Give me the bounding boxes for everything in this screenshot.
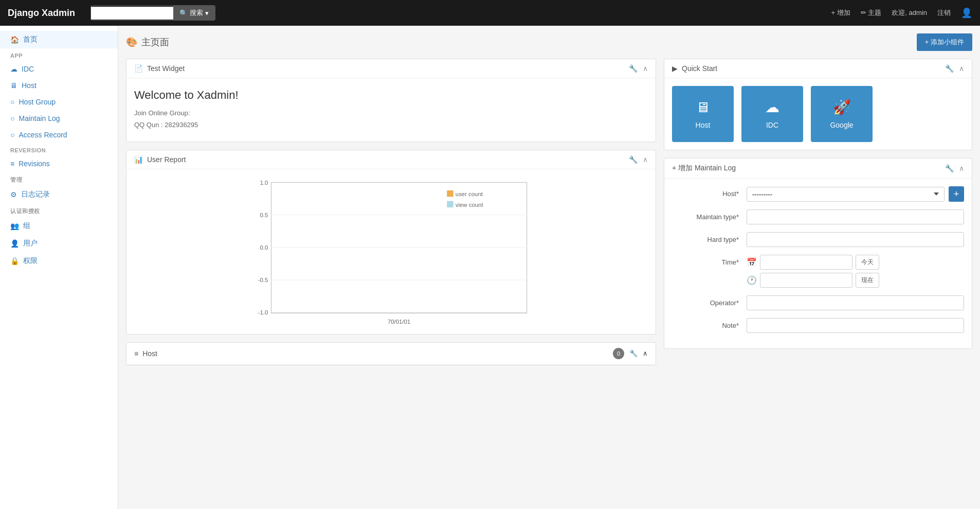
chevron-up-icon-report[interactable]: ∧ <box>643 155 648 164</box>
today-button[interactable]: 今天 <box>856 255 879 270</box>
date-input[interactable] <box>760 255 852 270</box>
wrench-icon-ml[interactable]: 🔧 <box>945 164 954 172</box>
navbar-right: + 增加 ✏ 主题 欢迎, admin 注销 👤 <box>831 7 972 19</box>
host-header-title: ≡ Host <box>134 349 157 358</box>
add-nav-button[interactable]: + 增加 <box>831 8 850 17</box>
monitor-icon: 🖥 <box>10 81 17 90</box>
welcome-sub: Join Online Group: QQ Qun : 282936295 <box>134 107 648 131</box>
user-report-controls: 🔧 ∧ <box>629 155 648 164</box>
quick-start-title-group: ▶ Quick Start <box>672 64 717 73</box>
palette-icon: 🎨 <box>126 37 137 48</box>
add-widget-button[interactable]: + 添加小组件 <box>917 33 972 51</box>
qs-google-button[interactable]: 🚀 Google <box>811 86 873 142</box>
host-field-label: Host* <box>672 186 739 198</box>
sidebar-item-host[interactable]: 🖥 Host <box>0 77 118 94</box>
sidebar-item-log-records[interactable]: ⚙ 日志记录 <box>0 186 118 203</box>
sidebar-item-permissions[interactable]: 🔒 权限 <box>0 252 118 270</box>
svg-text:0.0: 0.0 <box>260 244 268 251</box>
list-icon: ≡ <box>134 349 138 358</box>
sidebar-item-groups[interactable]: 👥 组 <box>0 217 118 235</box>
time-input-group: 📅 今天 🕐 现在 <box>747 255 964 288</box>
chevron-up-icon-test[interactable]: ∧ <box>643 64 648 73</box>
chevron-up-icon-qs[interactable]: ∧ <box>959 64 964 73</box>
qs-host-button[interactable]: 🖥 Host <box>672 86 734 142</box>
svg-text:-1.0: -1.0 <box>258 309 268 315</box>
host-field-row: Host* --------- + <box>672 186 964 202</box>
maintain-type-input[interactable] <box>747 209 964 224</box>
svg-text:0.5: 0.5 <box>260 212 268 218</box>
users-icon: 👤 <box>10 239 19 248</box>
lock-icon: 🔒 <box>10 257 19 265</box>
maintain-type-row: Maintain type* <box>672 209 964 224</box>
right-column: ▶ Quick Start 🔧 ∧ 🖥 Host <box>664 59 972 365</box>
cloud-icon: ☁ <box>10 65 17 73</box>
test-widget-header: 📄 Test Widget 🔧 ∧ <box>126 59 656 78</box>
hard-type-wrap <box>747 232 964 247</box>
time-row: Time* 📅 今天 🕐 <box>672 255 964 288</box>
welcome-nav-label[interactable]: 欢迎, admin <box>892 8 927 17</box>
hard-type-input[interactable] <box>747 232 964 247</box>
theme-nav-button[interactable]: ✏ 主题 <box>861 8 882 17</box>
circle-icon-hg: ○ <box>10 98 14 106</box>
sidebar-section-app: APP <box>0 48 118 61</box>
navbar: Django Xadmin 🔍 搜索 ▾ + 增加 ✏ 主题 欢迎, admin… <box>0 0 980 26</box>
user-report-widget-card: 📊 User Report 🔧 ∧ <box>126 150 656 335</box>
wrench-icon-host[interactable]: 🔧 <box>629 349 638 357</box>
chevron-up-icon-ml[interactable]: ∧ <box>959 164 964 172</box>
host-header-controls: 0 🔧 ∧ <box>613 348 648 359</box>
sidebar-item-idc[interactable]: ☁ IDC <box>0 61 118 77</box>
calendar-icon[interactable]: 📅 <box>747 257 757 267</box>
logout-nav-button[interactable]: 注销 <box>937 8 951 17</box>
host-field-wrap: --------- + <box>747 186 964 202</box>
svg-text:user count: user count <box>456 191 483 197</box>
main-content: 🎨 主页面 + 添加小组件 📄 Test Widget 🔧 <box>118 26 980 509</box>
search-dropdown-icon: ▾ <box>205 9 209 17</box>
wrench-icon-qs[interactable]: 🔧 <box>945 64 954 73</box>
sidebar-item-host-group[interactable]: ○ Host Group <box>0 94 118 110</box>
user-report-title-group: 📊 User Report <box>134 155 186 164</box>
svg-rect-12 <box>447 190 453 197</box>
time-input[interactable] <box>760 273 852 288</box>
host-qs-icon: 🖥 <box>696 99 710 116</box>
host-select[interactable]: --------- <box>747 187 945 202</box>
layout: 🏠 首页 APP ☁ IDC 🖥 Host ○ Host Group ○ Mai… <box>0 26 980 509</box>
sidebar-section-auth: 认证和授权 <box>0 203 118 217</box>
circle-icon-ar: ○ <box>10 131 14 139</box>
sidebar-item-revisions[interactable]: ≡ Revisions <box>0 155 118 172</box>
maintain-log-body: Host* --------- + Maintain type* <box>664 179 972 348</box>
hard-type-label: Hard type* <box>672 232 739 243</box>
host-widget-card: ≡ Host 0 🔧 ∧ <box>126 342 656 365</box>
host-add-button[interactable]: + <box>949 186 964 202</box>
svg-rect-14 <box>447 201 453 207</box>
search-button[interactable]: 🔍 搜索 ▾ <box>173 6 215 20</box>
sidebar-item-users[interactable]: 👤 用户 <box>0 235 118 252</box>
wrench-icon-report[interactable]: 🔧 <box>629 155 638 164</box>
sidebar-item-home[interactable]: 🏠 首页 <box>0 31 118 48</box>
now-button[interactable]: 现在 <box>856 273 879 288</box>
host-widget-header: ≡ Host 0 🔧 ∧ <box>126 343 656 365</box>
hard-type-row: Hard type* <box>672 232 964 247</box>
test-widget-controls: 🔧 ∧ <box>629 64 648 73</box>
clock-icon[interactable]: 🕐 <box>747 275 757 285</box>
note-row: Note* <box>672 318 964 333</box>
revisions-icon: ≡ <box>10 160 14 168</box>
qs-idc-button[interactable]: ☁ IDC <box>741 86 803 142</box>
wrench-icon-test[interactable]: 🔧 <box>629 64 638 73</box>
chevron-up-icon-host[interactable]: ∧ <box>643 349 648 357</box>
chart-icon: 📊 <box>134 155 143 164</box>
play-icon: ▶ <box>672 64 678 73</box>
note-wrap <box>747 318 964 333</box>
sidebar-item-maintain-log[interactable]: ○ Maintain Log <box>0 110 118 127</box>
note-input[interactable] <box>747 318 964 333</box>
sidebar: 🏠 首页 APP ☁ IDC 🖥 Host ○ Host Group ○ Mai… <box>0 26 118 509</box>
user-report-chart: 1.0 0.5 0.0 -0.5 -1.0 70/01/01 user coun… <box>134 177 648 326</box>
circle-icon-ml: ○ <box>10 114 14 122</box>
quick-start-controls: 🔧 ∧ <box>945 64 964 73</box>
operator-label: Operator* <box>672 295 739 307</box>
search-input[interactable] <box>91 7 173 20</box>
quick-start-card: ▶ Quick Start 🔧 ∧ 🖥 Host <box>664 59 972 150</box>
sidebar-item-access-record[interactable]: ○ Access Record <box>0 127 118 143</box>
operator-input[interactable] <box>747 295 964 310</box>
user-avatar-icon: 👤 <box>961 7 972 19</box>
idc-qs-icon: ☁ <box>765 99 779 116</box>
